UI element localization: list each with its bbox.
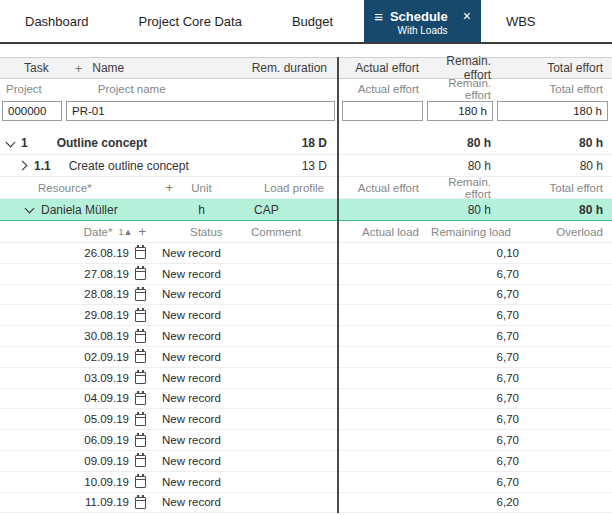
load-remaining[interactable]: 6,70 [427,434,525,446]
load-status: New record [158,455,245,467]
collapse-icon[interactable] [25,204,35,214]
load-date: 27.08.19 [84,268,129,280]
col-load-profile: Load profile [224,182,337,194]
calendar-icon[interactable] [135,247,146,259]
load-row[interactable]: 03.09.19 New record 6,70 [0,368,612,389]
load-row[interactable]: 26.08.19 New record 0,10 [0,243,612,264]
calendar-icon[interactable] [135,393,146,405]
project-row: 000000 PR-01 180 h 180 h [0,98,612,124]
load-remaining[interactable]: 0,10 [427,247,525,259]
tab-schedule-sublabel: With Loads [398,25,448,36]
load-row[interactable]: 09.09.19 New record 6,70 [0,451,612,472]
pane-divider[interactable] [337,57,339,513]
load-row[interactable]: 27.08.19 New record 6,70 [0,264,612,285]
sort-indicator-icon[interactable]: 1▲ [118,227,132,237]
calendar-icon[interactable] [135,310,146,322]
project-subheader: Project Project name Actual effort Remai… [0,79,612,98]
load-row[interactable]: 10.09.19 New record 6,70 [0,472,612,493]
load-remaining[interactable]: 6,70 [427,309,525,321]
project-name-field[interactable]: PR-01 [66,101,335,121]
tab-schedule[interactable]: ≡ Schedule × With Loads [364,0,481,42]
collapse-icon[interactable] [6,137,16,147]
tab-dashboard[interactable]: Dashboard [0,0,114,42]
load-remaining[interactable]: 6,70 [427,455,525,467]
expand-icon[interactable] [18,161,28,171]
calendar-icon[interactable] [135,351,146,363]
spacer [0,124,612,132]
load-date: 02.09.19 [84,351,129,363]
load-row[interactable]: 05.09.19 New record 6,70 [0,409,612,430]
load-status: New record [158,247,245,259]
calendar-icon[interactable] [135,372,146,384]
calendar-icon[interactable] [135,331,146,343]
add-resource-button[interactable]: + [165,181,173,194]
load-remaining[interactable]: 6,70 [427,476,525,488]
load-remaining[interactable]: 6,70 [427,372,525,384]
resource-load-profile: CAP [224,203,337,217]
load-status: New record [158,330,245,342]
task-total-effort: 80 h [499,136,611,150]
task-rem-duration: 13 D [239,159,337,173]
label-actual-effort: Actual effort [340,83,427,95]
calendar-icon[interactable] [135,289,146,301]
load-remaining[interactable]: 6,70 [427,413,525,425]
load-remaining[interactable]: 6,70 [427,392,525,404]
task-row-1[interactable]: 1 Outline concept 18 D 80 h 80 h [0,132,612,155]
label-remain-effort: Remain. effort [427,77,499,101]
tab-budget[interactable]: Budget [267,0,358,42]
tab-project-core-data[interactable]: Project Core Data [114,0,267,42]
load-status: New record [158,288,245,300]
load-row[interactable]: 30.08.19 New record 6,70 [0,326,612,347]
hamburger-icon: ≡ [374,9,383,24]
load-remaining[interactable]: 6,20 [427,496,525,508]
project-total-effort-field[interactable]: 180 h [497,101,608,121]
col-rem-duration: Rem. duration [239,61,337,75]
calendar-icon[interactable] [135,435,146,447]
load-status: New record [158,372,245,384]
schedule-table: Task + Name Rem. duration Actual effort … [0,57,612,513]
task-name: Outline concept [57,136,148,150]
add-load-record-button[interactable]: + [138,225,146,238]
project-id-field[interactable]: 000000 [2,101,62,121]
load-status: New record [158,309,245,321]
calendar-icon[interactable] [135,414,146,426]
load-status: New record [158,496,245,508]
close-icon[interactable]: × [463,9,471,23]
tab-schedule-label: Schedule [390,9,448,24]
load-row[interactable]: 02.09.19 New record 6,70 [0,347,612,368]
load-row[interactable]: 29.08.19 New record 6,70 [0,305,612,326]
resource-row[interactable]: Daniela Müller h CAP 80 h 80 h [0,199,612,221]
project-remain-effort-field[interactable]: 180 h [427,101,493,121]
label-project-name: Project name [98,83,166,95]
load-remaining[interactable]: 6,70 [427,351,525,363]
resource-remain-effort: 80 h [427,203,499,217]
project-actual-effort-field[interactable] [342,101,423,121]
label-project: Project [6,83,42,95]
col-actual-effort: Actual effort [340,182,427,194]
load-row[interactable]: 28.08.19 New record 6,70 [0,285,612,306]
load-row[interactable]: 11.09.19 New record 6,20 [0,493,612,514]
load-rows: 26.08.19 New record 0,10 27.08.19 [0,243,612,513]
task-table-header: Task + Name Rem. duration Actual effort … [0,57,612,79]
load-remaining[interactable]: 6,70 [427,268,525,280]
col-overload: Overload [525,226,611,238]
task-row-1-1[interactable]: 1.1 Create outline concept 13 D 80 h 80 … [0,155,612,177]
calendar-icon[interactable] [135,497,146,509]
load-row[interactable]: 04.09.19 New record 6,70 [0,389,612,410]
calendar-icon[interactable] [135,268,146,280]
calendar-icon[interactable] [135,455,146,467]
col-date: Date* [84,226,113,238]
load-status: New record [158,476,245,488]
resource-unit: h [179,203,224,217]
load-date: 09.09.19 [84,455,129,467]
calendar-icon[interactable] [135,476,146,488]
tab-wbs[interactable]: WBS [481,0,561,42]
load-remaining[interactable]: 6,70 [427,288,525,300]
task-wbs: 1 [21,136,28,150]
load-status: New record [158,392,245,404]
add-task-button[interactable]: + [75,62,83,75]
load-remaining[interactable]: 6,70 [427,330,525,342]
load-row[interactable]: 06.09.19 New record 6,70 [0,430,612,451]
load-status: New record [158,434,245,446]
load-date: 05.09.19 [84,413,129,425]
